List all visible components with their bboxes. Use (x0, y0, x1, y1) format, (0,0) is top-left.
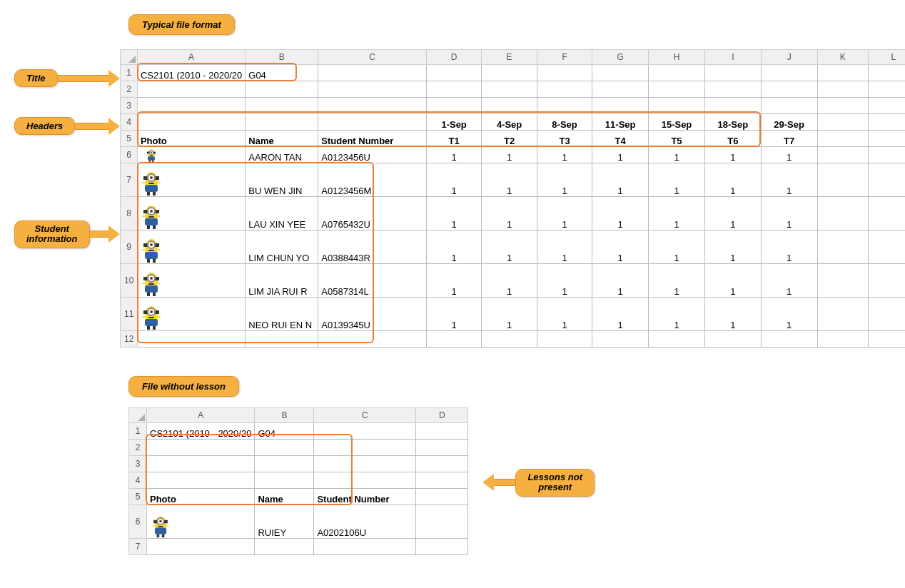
col-header[interactable]: F (537, 50, 592, 65)
date-header[interactable]: 8-Sep (537, 114, 592, 131)
empty-cell[interactable] (537, 98, 592, 114)
row-number[interactable]: 12 (121, 331, 137, 348)
empty-cell[interactable] (482, 81, 537, 98)
value-cell[interactable]: 1 (592, 230, 649, 264)
value-cell[interactable]: 1 (482, 298, 537, 331)
stuno-cell[interactable]: A0388443R (318, 230, 427, 264)
empty-cell[interactable] (592, 65, 649, 81)
empty-cell[interactable] (246, 98, 318, 114)
empty-cell[interactable] (482, 98, 537, 114)
row-number[interactable]: 4 (129, 472, 147, 489)
header-photo[interactable]: Photo (147, 489, 255, 505)
date-header[interactable]: 11-Sep (592, 114, 649, 131)
col-header[interactable]: H (649, 50, 705, 65)
empty-cell[interactable] (817, 98, 868, 114)
empty-cell[interactable] (592, 331, 649, 348)
empty-cell[interactable] (704, 81, 761, 98)
value-cell[interactable]: 1 (592, 298, 649, 331)
col-header[interactable]: A (137, 50, 245, 65)
row-number[interactable]: 3 (121, 98, 137, 114)
empty-cell[interactable] (704, 98, 761, 114)
empty-cell[interactable] (426, 65, 481, 81)
empty-cell[interactable] (649, 331, 705, 348)
value-cell[interactable]: 1 (426, 230, 481, 264)
t-header[interactable]: T2 (482, 131, 537, 147)
header-name[interactable]: Name (255, 489, 314, 505)
empty-cell[interactable] (416, 456, 468, 472)
header-name[interactable]: Name (246, 131, 318, 147)
empty-cell[interactable] (761, 98, 817, 114)
empty-cell[interactable] (416, 440, 468, 456)
value-cell[interactable]: 1 (537, 230, 592, 264)
col-header[interactable]: C (318, 50, 427, 65)
empty-cell[interactable] (318, 65, 427, 81)
t-header[interactable]: T5 (649, 131, 705, 147)
row-number[interactable]: 4 (121, 114, 137, 131)
value-cell[interactable]: 1 (649, 147, 705, 163)
empty-cell[interactable] (592, 81, 649, 98)
value-cell[interactable]: 1 (649, 163, 705, 197)
photo-cell[interactable] (137, 230, 245, 264)
col-header[interactable]: E (482, 50, 537, 65)
row-number[interactable]: 6 (121, 147, 137, 163)
empty-cell[interactable] (416, 539, 468, 555)
empty-cell[interactable] (314, 539, 416, 555)
empty-cell[interactable] (318, 81, 427, 98)
empty-cell[interactable] (314, 472, 416, 489)
empty-cell[interactable] (649, 98, 705, 114)
value-cell[interactable]: 1 (592, 264, 649, 298)
empty-cell[interactable] (537, 331, 592, 348)
empty-cell[interactable] (137, 98, 245, 114)
row-number[interactable]: 7 (121, 163, 137, 197)
empty-cell[interactable] (592, 98, 649, 114)
empty-cell[interactable] (147, 539, 255, 555)
title-cell-b[interactable]: G04 (246, 65, 318, 81)
title-cell[interactable]: CS2101 (2010 - 2020/20 (147, 423, 255, 440)
col-header[interactable]: G (592, 50, 649, 65)
row-number[interactable]: 2 (121, 81, 137, 98)
empty-cell[interactable] (704, 65, 761, 81)
empty-cell[interactable] (817, 65, 868, 81)
value-cell[interactable]: 1 (704, 230, 761, 264)
name-cell[interactable]: NEO RUI EN N (246, 298, 318, 331)
value-cell[interactable]: 1 (761, 230, 817, 264)
empty-cell[interactable] (537, 65, 592, 81)
title-cell[interactable]: CS2101 (2010 - 2020/20 (137, 65, 245, 81)
value-cell[interactable]: 1 (537, 163, 592, 197)
empty-cell[interactable] (137, 331, 245, 348)
col-header[interactable]: B (255, 408, 314, 423)
col-header[interactable]: I (704, 50, 761, 65)
t-header[interactable]: T3 (537, 131, 592, 147)
value-cell[interactable]: 1 (704, 147, 761, 163)
date-header[interactable]: 1-Sep (426, 114, 481, 131)
empty-cell[interactable] (246, 331, 318, 348)
value-cell[interactable]: 1 (482, 197, 537, 230)
empty-cell[interactable] (761, 65, 817, 81)
date-header[interactable]: 18-Sep (704, 114, 761, 131)
row-number[interactable]: 3 (129, 456, 147, 472)
value-cell[interactable]: 1 (704, 264, 761, 298)
col-header[interactable]: L (868, 50, 905, 65)
value-cell[interactable]: 1 (537, 147, 592, 163)
value-cell[interactable]: 1 (761, 197, 817, 230)
value-cell[interactable]: 1 (761, 147, 817, 163)
value-cell[interactable]: 1 (426, 163, 481, 197)
stuno-cell[interactable]: A0123456M (318, 163, 427, 197)
value-cell[interactable]: 1 (761, 298, 817, 331)
empty-cell[interactable] (255, 472, 314, 489)
stuno-cell[interactable]: A0123456U (318, 147, 427, 163)
empty-cell[interactable] (255, 440, 314, 456)
row-number[interactable]: 2 (129, 440, 147, 456)
empty-cell[interactable] (868, 331, 905, 348)
row-number[interactable]: 9 (121, 230, 137, 264)
header-photo[interactable]: Photo (137, 131, 245, 147)
empty-cell[interactable] (147, 472, 255, 489)
empty-cell[interactable] (817, 331, 868, 348)
stuno-cell[interactable]: A0587314L (318, 264, 427, 298)
row-number[interactable]: 1 (121, 65, 137, 81)
date-header[interactable]: 15-Sep (649, 114, 705, 131)
empty-cell[interactable] (868, 98, 905, 114)
header-stuno[interactable]: Student Number (318, 131, 427, 147)
title-cell-b[interactable]: G04 (255, 423, 314, 440)
value-cell[interactable]: 1 (537, 298, 592, 331)
